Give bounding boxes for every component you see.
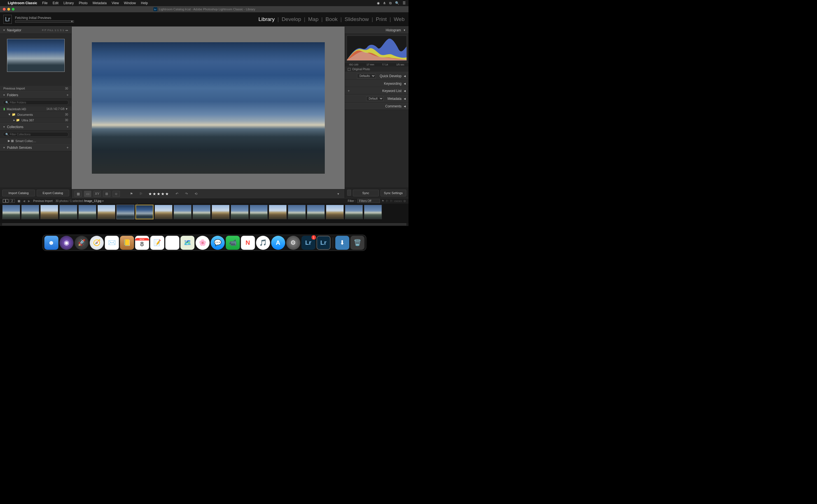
- filmstrip-thumb[interactable]: 3: [40, 205, 58, 219]
- dock-messages-icon[interactable]: 💬: [211, 236, 225, 250]
- app-name[interactable]: Lightroom Classic: [8, 1, 37, 5]
- collections-add-icon[interactable]: +: [66, 125, 69, 129]
- module-web[interactable]: Web: [394, 16, 405, 22]
- filmstrip-thumb[interactable]: 5: [78, 205, 96, 219]
- quick-develop-preset-select[interactable]: Defaults: [357, 74, 376, 78]
- sync-icon[interactable]: ⟲: [192, 191, 199, 197]
- filmstrip[interactable]: 1234567891011121314151617181920: [0, 204, 408, 223]
- keyword-list-header[interactable]: + Keyword List◀: [345, 87, 408, 95]
- histogram-header[interactable]: Histogram▼: [345, 27, 408, 34]
- module-develop[interactable]: Develop: [282, 16, 301, 22]
- filmstrip-thumb[interactable]: 8: [135, 205, 153, 219]
- navigator-preview[interactable]: [0, 34, 71, 77]
- filmstrip-thumb[interactable]: 15: [269, 205, 287, 219]
- menu-edit[interactable]: Edit: [53, 1, 58, 5]
- module-library[interactable]: Library: [259, 16, 275, 22]
- filmstrip-thumb[interactable]: 9: [154, 205, 172, 219]
- dock-mail-icon[interactable]: ✉️: [105, 236, 119, 250]
- menubar-control-center-icon[interactable]: ☰: [403, 1, 406, 5]
- menu-file[interactable]: File: [42, 1, 48, 5]
- menubar-bluetooth-icon[interactable]: ⋔: [383, 1, 386, 5]
- folder-ultra387[interactable]: ▸ 📁 Ultra 387 30: [0, 117, 71, 123]
- dock-music-icon[interactable]: 🎵: [256, 236, 270, 250]
- keyword-list-add-icon[interactable]: +: [348, 89, 350, 93]
- filmstrip-thumb[interactable]: 16: [288, 205, 306, 219]
- filmstrip-thumb[interactable]: 2: [21, 205, 39, 219]
- keywording-header[interactable]: Keywording◀: [345, 80, 408, 87]
- window-close-button[interactable]: [3, 8, 6, 11]
- filmstrip-thumb[interactable]: 7: [116, 205, 134, 219]
- filter-color-label-icon[interactable]: ▭▭▭: [394, 199, 402, 202]
- navigator-zoom-opts[interactable]: FIT FILL 1:1 3:1 ◂▸: [42, 29, 69, 32]
- compare-view-button[interactable]: XY: [93, 191, 101, 197]
- filmstrip-thumb[interactable]: 19: [345, 205, 363, 219]
- dock-safari-icon[interactable]: 🧭: [90, 236, 104, 250]
- module-book[interactable]: Book: [325, 16, 337, 22]
- original-photo-checkbox[interactable]: Original Photo: [345, 67, 408, 72]
- secondary-display-1-button[interactable]: 1: [3, 199, 8, 203]
- filter-collections-input[interactable]: 🔍 Filter Collections: [3, 132, 69, 137]
- comments-header[interactable]: Comments◀: [345, 103, 408, 110]
- metadata-preset-select[interactable]: Default: [366, 96, 384, 101]
- folder-documents[interactable]: ▼ 📁 Documents 30: [0, 112, 71, 117]
- export-catalog-button[interactable]: Export Catalog: [37, 190, 69, 196]
- people-view-button[interactable]: ☺: [112, 191, 120, 197]
- dock-launchpad-icon[interactable]: 🚀: [74, 236, 88, 250]
- grid-view-button[interactable]: ▦: [74, 191, 82, 197]
- window-minimize-button[interactable]: [7, 8, 10, 11]
- filmstrip-thumb[interactable]: 20: [364, 205, 382, 219]
- filmstrip-thumb[interactable]: 1: [2, 205, 20, 219]
- flag-reject-button[interactable]: ⚐: [137, 191, 144, 197]
- filter-flag-pick-icon[interactable]: ⚑: [382, 199, 384, 202]
- publish-add-icon[interactable]: +: [66, 145, 69, 150]
- dock-calendar-icon[interactable]: NOV 8: [135, 236, 149, 250]
- dock-news-icon[interactable]: N: [241, 236, 255, 250]
- folders-header[interactable]: ▼Folders +: [0, 91, 71, 99]
- filmstrip-thumb[interactable]: 10: [173, 205, 191, 219]
- sync-settings-button[interactable]: Sync Settings: [381, 190, 407, 196]
- filmstrip-next-button[interactable]: ▶: [28, 199, 30, 202]
- window-maximize-button[interactable]: [12, 8, 15, 11]
- secondary-display-2-button[interactable]: 2: [10, 199, 15, 203]
- quick-develop-header[interactable]: Defaults Quick Develop◀: [345, 72, 408, 80]
- dock-lightroom-icon[interactable]: Lr1: [301, 236, 315, 250]
- rotate-ccw-button[interactable]: ↶: [173, 191, 180, 197]
- module-slideshow[interactable]: Slideshow: [345, 16, 369, 22]
- menu-photo[interactable]: Photo: [79, 1, 87, 5]
- dock-appstore-icon[interactable]: A: [271, 236, 285, 250]
- filmstrip-thumb[interactable]: 12: [212, 205, 230, 219]
- filmstrip-thumb[interactable]: 4: [59, 205, 77, 219]
- collections-header[interactable]: ▼Collections +: [0, 123, 71, 131]
- menu-view[interactable]: View: [112, 1, 119, 5]
- filmstrip-scrollbar[interactable]: [0, 223, 408, 226]
- metadata-header[interactable]: Default Metadata◀: [345, 95, 408, 103]
- publish-header[interactable]: ▼Publish Services +: [0, 144, 71, 151]
- dock-photos-icon[interactable]: 🌸: [195, 236, 210, 250]
- module-print[interactable]: Print: [376, 16, 387, 22]
- filmstrip-grid-icon[interactable]: ▦: [18, 199, 20, 202]
- menu-help[interactable]: Help: [141, 1, 148, 5]
- toolbar-menu-button[interactable]: ▾: [335, 191, 342, 197]
- filter-flag-unflagged-icon[interactable]: ⚐: [386, 199, 388, 202]
- filmstrip-thumb[interactable]: 18: [326, 205, 344, 219]
- main-photo[interactable]: [92, 42, 325, 174]
- dock-contacts-icon[interactable]: 📒: [120, 236, 134, 250]
- menu-library[interactable]: Library: [64, 1, 74, 5]
- menubar-spotlight-icon[interactable]: 🔍: [395, 1, 399, 5]
- import-catalog-button[interactable]: Import Catalog: [2, 190, 35, 196]
- flag-pick-button[interactable]: ⚑: [128, 191, 135, 197]
- filter-lock-icon[interactable]: ⊙: [403, 199, 406, 202]
- disk-row[interactable]: ▮Macintosh HD 14.8 / 42.7 GB ▼: [0, 106, 71, 112]
- filter-flag-reject-icon[interactable]: ⚐: [390, 199, 393, 202]
- previous-import-row[interactable]: Previous Import 30: [0, 86, 71, 91]
- filter-select[interactable]: Filters Off: [357, 199, 380, 203]
- dock-maps-icon[interactable]: 🗺️: [180, 236, 194, 250]
- progress-cancel-icon[interactable]: ✕: [71, 20, 73, 23]
- dock-notes-icon[interactable]: 📝: [150, 236, 164, 250]
- menu-metadata[interactable]: Metadata: [93, 1, 107, 5]
- menubar-airplay-icon[interactable]: ⧉: [389, 1, 392, 5]
- dock-settings-icon[interactable]: ⚙︎: [286, 236, 300, 250]
- dock-lightroom-active-icon[interactable]: Lr: [316, 236, 330, 250]
- dock-siri-icon[interactable]: ◉: [59, 236, 73, 250]
- survey-view-button[interactable]: ⊞: [103, 191, 110, 197]
